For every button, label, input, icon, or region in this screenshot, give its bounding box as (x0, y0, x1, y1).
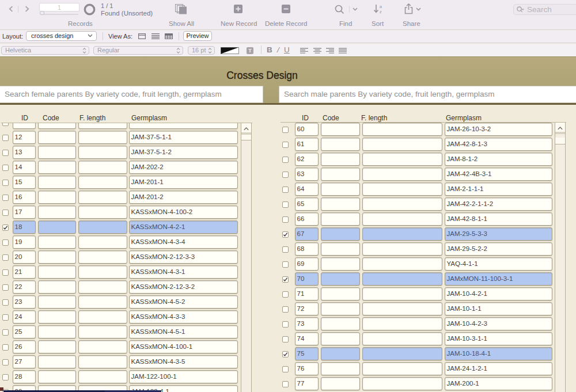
svg-text:z: z (380, 10, 382, 14)
svg-text:a: a (380, 5, 382, 9)
